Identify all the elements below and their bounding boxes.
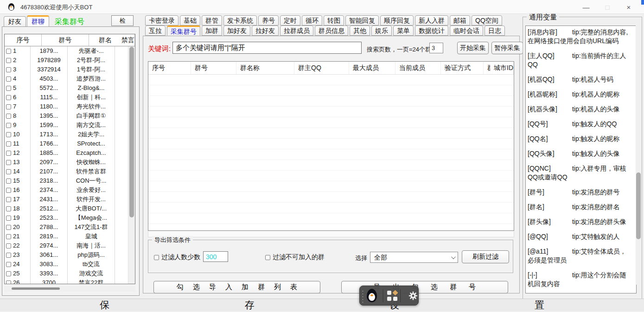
row-checkbox[interactable] [6, 178, 11, 184]
variable-entry[interactable]: [群号] tip:发消息的群号 [528, 188, 630, 197]
table-row[interactable]: 20 2788... 147交流1-群 [5, 223, 128, 232]
exclude-checkbox[interactable] [265, 255, 270, 260]
row-checkbox[interactable] [6, 49, 11, 54]
variable-entry[interactable]: [QQNC] tip:入群专用，审核QQ或邀请QQ [528, 164, 630, 182]
table-row[interactable]: 24 3083... tb交流 [5, 260, 128, 269]
table-row[interactable]: 15 2318... CON一号... [5, 176, 128, 185]
tab[interactable]: QQ空间 [472, 15, 502, 25]
min-members-checkbox-row[interactable]: 过滤人数少数 [154, 253, 200, 261]
floating-toolbar[interactable] [359, 286, 419, 306]
row-checkbox[interactable] [6, 58, 11, 63]
table-row[interactable]: 21 2819... 皇城 [5, 232, 128, 241]
row-checkbox[interactable] [6, 243, 11, 248]
variable-entry[interactable]: [机器QQ] tip:机器人号码 [528, 75, 630, 84]
row-checkbox[interactable] [6, 206, 11, 211]
minimize-button[interactable]: — [575, 0, 597, 14]
apps-grid-icon[interactable] [387, 291, 397, 301]
close-button[interactable]: × [618, 0, 639, 14]
left-tab[interactable]: 群聊 [27, 15, 49, 26]
column-header[interactable]: 群名 [89, 34, 121, 46]
variable-entry[interactable]: [@QQ] tip:艾特触发的人 [528, 232, 630, 241]
tab[interactable]: 卡密登录 [145, 15, 179, 25]
row-checkbox[interactable] [6, 169, 11, 174]
min-members-input[interactable] [203, 251, 228, 262]
table-row[interactable]: 10 1713... 2姐夫学... [5, 130, 128, 139]
tab[interactable]: 加好友 [223, 25, 250, 36]
row-checkbox[interactable] [6, 114, 11, 119]
table-horizontal-scrollbar[interactable] [148, 231, 514, 237]
table-row[interactable]: 17 2431... 软件开发... [5, 195, 128, 204]
gear-icon[interactable] [408, 291, 418, 301]
table-row[interactable]: 8 1395... 白手网群① [5, 111, 128, 121]
row-checkbox[interactable] [6, 95, 11, 100]
column-header[interactable]: 验证方式 [441, 62, 484, 74]
row-checkbox[interactable] [6, 132, 11, 137]
row-checkbox[interactable] [6, 225, 11, 230]
table-row[interactable]: 16 2374... 业余爱好... [5, 185, 128, 195]
penguin-icon[interactable] [367, 289, 377, 302]
horizontal-scrollbar[interactable] [4, 286, 135, 292]
tab[interactable]: 养号 [258, 15, 279, 25]
column-header[interactable]: 序号 [148, 62, 191, 74]
tab[interactable]: 群员信息 [315, 25, 348, 36]
table-row[interactable]: 23 3061... php源码... [5, 250, 128, 260]
tab[interactable]: 基础 [180, 15, 200, 25]
table-row[interactable]: 9 1599... 南方交流... [5, 121, 128, 130]
column-header[interactable]: 群号 [42, 34, 89, 46]
save-settings-button[interactable]: 保 存 设 置 [0, 299, 644, 311]
variable-entry[interactable]: [群名] tip:发消息的群名 [528, 203, 630, 211]
row-checkbox[interactable] [6, 123, 11, 128]
table-row[interactable]: 6 1115... 创新｜科... [5, 93, 128, 102]
tab[interactable]: 娱乐 [371, 25, 392, 36]
column-header[interactable]: 当前成员 [395, 62, 441, 74]
row-checkbox[interactable] [6, 160, 11, 165]
tab[interactable]: 顺序回复 [380, 15, 414, 25]
row-checkbox[interactable] [6, 86, 11, 91]
tab[interactable]: 互拉 [145, 25, 166, 36]
table-row[interactable]: 13 2097... 快收蜘蛛... [5, 158, 128, 167]
pause-collect-button[interactable]: 暂停采集 [491, 42, 523, 54]
table-row[interactable]: 18 2512... 大唐BOT/... [5, 204, 128, 213]
variable-entry[interactable]: [机器头像] tip:机器人的头像 [528, 105, 630, 114]
tab[interactable]: 加群 [202, 25, 222, 36]
variable-entry[interactable]: [消息内容] tip:完整的消息内容,在网络接口使用会自动URL编码 [528, 28, 630, 45]
table-row[interactable]: 2 1978289 2号群-阿... [5, 56, 128, 65]
column-header[interactable]: 最大成员 [349, 62, 395, 74]
row-checkbox[interactable] [6, 67, 11, 72]
variable-entry[interactable]: [QQ号] tip:触发人的QQ [528, 120, 630, 128]
left-tab[interactable]: 好友 [4, 16, 26, 26]
variable-entry[interactable]: [@a11] tip:艾特全体成员，必须是管理员 [528, 247, 630, 265]
variable-entry[interactable]: [QQ头像] tip:触发人的头像 [528, 149, 630, 158]
row-checkbox[interactable] [6, 253, 11, 258]
table-row[interactable]: 3 3372914 1号群-阿... [5, 65, 128, 74]
scrollbar-thumb[interactable] [636, 172, 641, 239]
row-checkbox[interactable] [6, 216, 11, 221]
table-row[interactable]: 7 1180... 寿光软件... [5, 102, 128, 111]
table-row[interactable]: 14 2107... 软件禁言群 [5, 167, 128, 176]
filter-select-dropdown[interactable]: 全部 [370, 252, 458, 263]
left-tab[interactable]: 采集群号 [50, 16, 89, 26]
row-checkbox[interactable] [6, 234, 11, 239]
tab[interactable]: 循环 [302, 15, 322, 25]
column-header[interactable]: 城市ID [490, 62, 514, 74]
table-row[interactable]: 4 4503... 追梦西游... [5, 74, 128, 83]
detect-button[interactable]: 检测 [111, 15, 134, 26]
variable-entry[interactable]: [QQ名] tip:触发人的昵称 [528, 134, 630, 143]
table-row[interactable]: 19 2523... 【Mega会... [5, 213, 128, 223]
tab[interactable]: 邮箱 [450, 15, 470, 25]
tab[interactable]: 采集群号 [167, 25, 200, 36]
drag-handle-icon[interactable] [362, 289, 363, 303]
row-checkbox[interactable] [6, 271, 11, 276]
start-collect-button[interactable]: 开始采集 [457, 42, 489, 54]
maximize-button[interactable]: □ [597, 0, 618, 14]
row-checkbox[interactable] [6, 280, 11, 284]
table-row[interactable]: 12 1885... Ezcaptch... [5, 148, 128, 158]
row-checkbox[interactable] [6, 76, 11, 82]
keyword-input[interactable] [172, 42, 362, 54]
variable-entry[interactable]: [群头像] tip:发消息的群头像 [528, 217, 630, 226]
table-row[interactable]: 11 1766... SProtect... [5, 139, 128, 148]
tab[interactable]: 拉好友 [252, 25, 279, 36]
table-row[interactable]: 1 1879... 先驱者-... [5, 46, 128, 56]
tab[interactable]: 菜单 [393, 25, 414, 36]
column-header[interactable]: 群简介 [484, 62, 490, 74]
